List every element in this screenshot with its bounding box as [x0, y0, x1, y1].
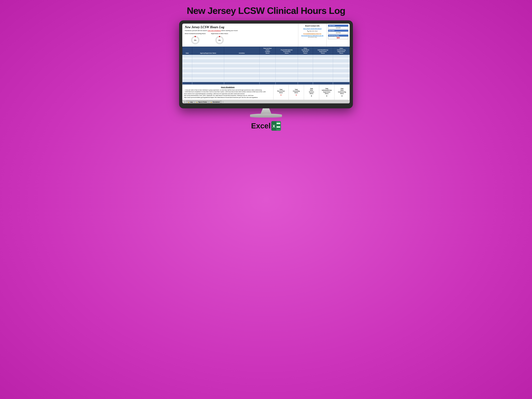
- table-cell[interactable]: [224, 57, 260, 60]
- table-cell[interactable]: [192, 80, 224, 82]
- table-cell[interactable]: [224, 75, 260, 77]
- table-cell[interactable]: [276, 57, 298, 60]
- tab-log[interactable]: 🔒 Log: [186, 101, 194, 103]
- table-cell[interactable]: [224, 55, 260, 57]
- table-cell[interactable]: [333, 60, 349, 62]
- table-cell[interactable]: [224, 70, 260, 72]
- table-cell[interactable]: [298, 72, 313, 75]
- table-cell[interactable]: [224, 67, 260, 70]
- table-cell[interactable]: [333, 80, 349, 82]
- table-cell[interactable]: [313, 65, 333, 67]
- table-cell[interactable]: [183, 60, 192, 62]
- table-cell[interactable]: [183, 65, 192, 67]
- table-cell[interactable]: [183, 57, 192, 60]
- table-cell[interactable]: [276, 55, 298, 57]
- tab-tips[interactable]: 🔒 Tips & Tricks: [195, 101, 209, 103]
- start-date-value[interactable]: 11/1/22: [328, 27, 348, 29]
- board-contact-link[interactable]: New Jersey Social Work Board: [303, 28, 322, 29]
- table-cell[interactable]: [183, 75, 192, 77]
- table-row[interactable]: [183, 72, 350, 75]
- table-cell[interactable]: [276, 62, 298, 65]
- table-row[interactable]: [183, 57, 350, 60]
- table-cell[interactable]: [298, 65, 313, 67]
- table-cell[interactable]: [313, 62, 333, 65]
- table-cell[interactable]: [276, 60, 298, 62]
- rules-link[interactable]: rules and regulations: [208, 30, 221, 32]
- table-cell[interactable]: [298, 57, 313, 60]
- table-row[interactable]: [183, 60, 350, 62]
- table-cell[interactable]: [260, 55, 276, 57]
- table-cell[interactable]: [192, 72, 224, 75]
- table-cell[interactable]: [276, 72, 298, 75]
- table-cell[interactable]: [192, 70, 224, 72]
- table-cell[interactable]: [298, 80, 313, 82]
- email-address[interactable]: SocialWork@dca.njoag.gov: [305, 33, 321, 34]
- table-row[interactable]: [183, 80, 350, 82]
- table-cell[interactable]: [183, 62, 192, 65]
- table-cell[interactable]: [260, 75, 276, 77]
- table-cell[interactable]: [224, 65, 260, 67]
- table-cell[interactable]: [276, 65, 298, 67]
- table-cell[interactable]: [183, 82, 192, 85]
- tab-scroll-left[interactable]: ◄: [183, 101, 186, 103]
- table-cell[interactable]: [298, 67, 313, 70]
- table-cell[interactable]: [260, 82, 276, 85]
- table-cell[interactable]: [276, 70, 298, 72]
- table-cell[interactable]: [183, 70, 192, 72]
- board-contact-email[interactable]: ✉ SocialWork@dca.njoag.gov: [304, 33, 321, 34]
- table-cell[interactable]: [313, 72, 333, 75]
- table-cell[interactable]: [313, 67, 333, 70]
- table-cell[interactable]: [313, 80, 333, 82]
- tab-disclaimer[interactable]: 🔒 Disclaimer: [209, 101, 221, 103]
- table-cell[interactable]: [276, 82, 298, 85]
- table-cell[interactable]: [313, 82, 333, 85]
- table-row[interactable]: [183, 77, 350, 80]
- table-cell[interactable]: [183, 67, 192, 70]
- table-cell[interactable]: [298, 70, 313, 72]
- table-cell[interactable]: [333, 82, 349, 85]
- table-cell[interactable]: [298, 55, 313, 57]
- table-cell[interactable]: [224, 62, 260, 65]
- table-cell[interactable]: [260, 77, 276, 80]
- table-cell[interactable]: [192, 60, 224, 62]
- table-cell[interactable]: [224, 80, 260, 82]
- table-cell[interactable]: [313, 60, 333, 62]
- end-date-value[interactable]: 11/7/24: [328, 32, 348, 34]
- table-cell[interactable]: [276, 80, 298, 82]
- table-row[interactable]: [183, 65, 350, 67]
- table-cell[interactable]: [183, 72, 192, 75]
- table-cell[interactable]: [260, 72, 276, 75]
- table-cell[interactable]: [298, 75, 313, 77]
- table-cell[interactable]: [224, 72, 260, 75]
- table-cell[interactable]: [313, 75, 333, 77]
- table-cell[interactable]: [260, 70, 276, 72]
- table-cell[interactable]: [313, 55, 333, 57]
- table-cell[interactable]: [313, 70, 333, 72]
- table-cell[interactable]: [333, 70, 349, 72]
- table-cell[interactable]: [224, 60, 260, 62]
- table-cell[interactable]: [333, 75, 349, 77]
- table-cell[interactable]: [192, 75, 224, 77]
- table-cell[interactable]: [260, 57, 276, 60]
- table-cell[interactable]: [298, 82, 313, 85]
- table-cell[interactable]: [276, 77, 298, 80]
- table-cell[interactable]: [333, 55, 349, 57]
- table-cell[interactable]: [224, 77, 260, 80]
- table-row[interactable]: [183, 70, 350, 72]
- table-cell[interactable]: [313, 57, 333, 60]
- table-cell[interactable]: [313, 77, 333, 80]
- table-row[interactable]: [183, 75, 350, 77]
- table-cell[interactable]: [192, 65, 224, 67]
- table-cell[interactable]: [192, 57, 224, 60]
- tab-add-button[interactable]: +: [222, 101, 224, 103]
- table-row[interactable]: [183, 62, 350, 65]
- table-cell[interactable]: [333, 77, 349, 80]
- table-cell[interactable]: [224, 82, 260, 85]
- table-cell[interactable]: [276, 75, 298, 77]
- table-cell[interactable]: [183, 80, 192, 82]
- table-cell[interactable]: [260, 67, 276, 70]
- table-cell[interactable]: [260, 65, 276, 67]
- board-contact-extra[interactable]: DCA Social Work NJ: Refer/click to gov s…: [301, 35, 323, 36]
- table-cell[interactable]: [333, 67, 349, 70]
- table-row[interactable]: [183, 67, 350, 70]
